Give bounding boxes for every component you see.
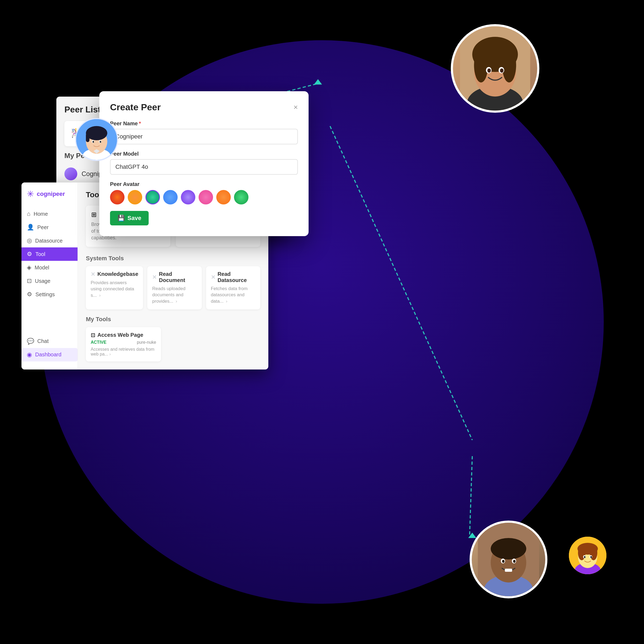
peer-avatar-group: Peer Avatar xyxy=(110,181,298,204)
sidebar-peer-label: Peer xyxy=(37,224,49,230)
knowledgebase-arrow: › xyxy=(99,293,101,298)
access-web-title: ⊡ Access Web Page xyxy=(91,332,156,338)
avatar-yellow xyxy=(569,537,606,574)
dashboard-icon: ◉ xyxy=(27,351,32,358)
sidebar-item-settings[interactable]: ⚙ Settings xyxy=(21,288,78,301)
read-datasource-desc: Fetches data from datasources and data..… xyxy=(211,286,255,305)
pure-nuke-tag: pure-nuke xyxy=(137,340,156,345)
knowledgebase-label: Knowledgebase xyxy=(97,271,138,277)
knowledgebase-desc: Provides answers using connected data s.… xyxy=(91,280,138,299)
read-datasource-label: Read Datasource xyxy=(218,271,255,283)
avatar-woman-top xyxy=(451,24,539,113)
read-document-card[interactable]: ✕ Read Document Reads uploaded documents… xyxy=(147,266,202,309)
svg-point-20 xyxy=(491,538,526,559)
access-web-desc-text: Accesses and retrieves data from web pa.… xyxy=(91,347,154,356)
chat-icon: 💬 xyxy=(27,338,34,345)
avatar-option-5[interactable] xyxy=(181,190,195,204)
svg-point-10 xyxy=(474,47,488,83)
avatar-option-4[interactable] xyxy=(163,190,178,204)
read-document-icon: ✕ xyxy=(152,274,157,280)
knowledgebase-card[interactable]: ✕ Knowledgebase Provides answers using c… xyxy=(86,266,143,309)
modal-header: Create Peer × xyxy=(110,102,298,112)
logo-icon: ✳ xyxy=(27,189,34,199)
avatar-options xyxy=(110,190,298,204)
read-datasource-arrow: › xyxy=(226,299,228,304)
my-tools-section: My Tools ⊡ Access Web Page ACTIVE pure-n… xyxy=(86,316,260,361)
sidebar-item-model[interactable]: ◈ Model xyxy=(21,261,78,274)
sidebar-logo: ✳ cognipeer xyxy=(21,189,78,207)
active-badge: ACTIVE xyxy=(91,340,107,345)
read-datasource-card[interactable]: ✕ Read Datasource Fetches data from data… xyxy=(206,266,260,309)
peer-model-input[interactable] xyxy=(110,159,298,175)
read-datasource-icon: ✕ xyxy=(211,274,215,280)
avatar-option-3[interactable] xyxy=(145,190,160,204)
sidebar-item-dashboard[interactable]: ◉ Dashboard xyxy=(21,348,78,361)
logo-text: cognipeer xyxy=(37,191,65,197)
sidebar-bottom-nav: 💬 Chat ◉ Dashboard xyxy=(21,335,78,361)
sidebar-bottom: 💬 Chat ◉ Dashboard xyxy=(21,335,78,361)
svg-point-34 xyxy=(93,141,94,143)
sidebar-chat-label: Chat xyxy=(37,338,49,344)
settings-icon: ⚙ xyxy=(27,291,32,298)
required-star: * xyxy=(139,120,141,126)
svg-point-24 xyxy=(513,560,515,563)
svg-point-47 xyxy=(590,556,592,558)
sidebar-home-label: Home xyxy=(34,211,48,217)
knowledgebase-desc-text: Provides answers using connected data s.… xyxy=(91,280,134,298)
svg-point-11 xyxy=(502,47,516,83)
my-tools-title: My Tools xyxy=(86,316,260,323)
peer-avatar-label: Peer Avatar xyxy=(110,181,298,187)
access-web-label: Access Web Page xyxy=(97,332,143,338)
avatar-option-2[interactable] xyxy=(128,190,142,204)
sidebar-item-datasource[interactable]: ◎ Datasource xyxy=(21,234,78,247)
sidebar-item-home[interactable]: ⌂ Home xyxy=(21,207,78,221)
modal-close-button[interactable]: × xyxy=(294,103,298,112)
home-icon: ⌂ xyxy=(27,210,30,217)
peer-name-input[interactable] xyxy=(110,129,298,144)
avatar-option-7[interactable] xyxy=(216,190,231,204)
save-button[interactable]: 💾 Save xyxy=(110,211,149,225)
sidebar-settings-label: Settings xyxy=(35,291,55,298)
knowledgebase-title: ✕ Knowledgebase xyxy=(91,271,138,277)
svg-point-35 xyxy=(100,141,101,143)
sidebar-item-chat[interactable]: 💬 Chat xyxy=(21,335,78,348)
sidebar-dashboard-label: Dashboard xyxy=(35,352,61,358)
sidebar-tool-label: Tool xyxy=(35,251,45,257)
avatar-option-6[interactable] xyxy=(199,190,213,204)
avatar-cartoon-blue xyxy=(75,118,118,161)
sidebar: ✳ cognipeer ⌂ Home 👤 Peer ◎ Datasource ⚙… xyxy=(21,182,78,369)
avatar-option-8[interactable] xyxy=(234,190,248,204)
tool-gallery-icon: ⊞ xyxy=(91,211,97,218)
access-web-icon: ⊡ xyxy=(91,332,95,338)
access-web-card[interactable]: ⊡ Access Web Page ACTIVE pure-nuke Acces… xyxy=(86,327,161,361)
create-peer-modal: Create Peer × Peer Name* Peer Model Peer… xyxy=(99,91,309,236)
peer-name-label-text: Peer Name xyxy=(110,120,138,126)
read-document-arrow: › xyxy=(175,299,177,304)
sidebar-datasource-label: Datasource xyxy=(35,238,63,244)
peer-model-label: Peer Model xyxy=(110,151,298,157)
svg-point-46 xyxy=(584,556,586,558)
svg-point-14 xyxy=(487,68,491,73)
sidebar-item-usage[interactable]: ⊡ Usage xyxy=(21,274,78,288)
peer-avatar-small xyxy=(64,167,77,180)
sidebar-item-peer[interactable]: 👤 Peer xyxy=(21,221,78,234)
read-datasource-title: ✕ Read Datasource xyxy=(211,271,255,283)
peer-name-label: Peer Name* xyxy=(110,120,298,127)
svg-point-23 xyxy=(502,560,504,563)
sidebar-model-label: Model xyxy=(35,265,49,271)
peer-name-group: Peer Name* xyxy=(110,120,298,144)
system-tools-grid: ✕ Knowledgebase Provides answers using c… xyxy=(86,266,260,309)
usage-icon: ⊡ xyxy=(27,277,32,284)
model-icon: ◈ xyxy=(27,264,31,271)
peer-icon: 👤 xyxy=(27,224,34,231)
knowledgebase-icon: ✕ xyxy=(91,271,95,277)
read-document-desc-text: Reads uploaded documents and provides... xyxy=(152,286,185,304)
access-web-arrow: › xyxy=(109,352,111,356)
access-web-status-row: ACTIVE pure-nuke xyxy=(91,340,156,345)
read-document-label: Read Document xyxy=(159,271,197,283)
datasource-icon: ◎ xyxy=(27,237,32,244)
sidebar-usage-label: Usage xyxy=(35,278,50,284)
modal-title: Create Peer xyxy=(110,102,161,112)
sidebar-item-tool[interactable]: ⚙ Tool xyxy=(21,247,78,261)
avatar-option-1[interactable] xyxy=(110,190,125,204)
